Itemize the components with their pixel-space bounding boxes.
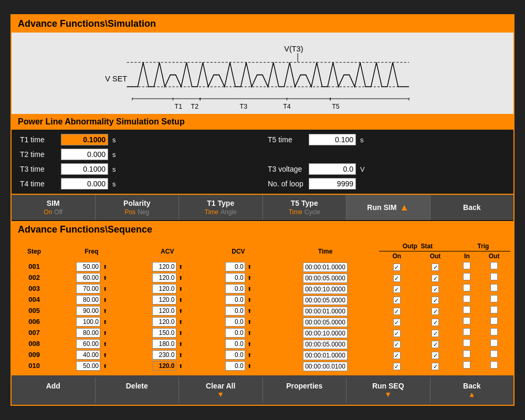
t5-time-input[interactable] — [309, 134, 356, 145]
t2-time-input[interactable] — [61, 149, 108, 160]
time-value[interactable]: 00:00:05.0000 — [303, 318, 348, 327]
dcv-input[interactable] — [225, 284, 245, 293]
freq-input[interactable] — [76, 284, 100, 293]
stat-out-checkbox[interactable] — [432, 363, 439, 370]
stat-out-checkbox[interactable] — [432, 330, 439, 337]
acv-input[interactable] — [152, 350, 176, 360]
t4-time-input[interactable] — [61, 178, 108, 190]
stat-out-checkbox[interactable] — [432, 341, 439, 348]
dcv-arrow-icon[interactable]: ⬆ — [247, 308, 251, 314]
t5-type-button[interactable]: T5 Type Time Cycle — [263, 195, 347, 220]
freq-input[interactable] — [76, 317, 100, 327]
outp-on-checkbox[interactable] — [393, 308, 401, 315]
trig-in-checkbox[interactable] — [463, 317, 470, 324]
dcv-arrow-icon[interactable]: ⬆ — [247, 275, 251, 281]
t1-time-input[interactable] — [61, 134, 108, 145]
freq-arrow-icon[interactable]: ⬆ — [103, 352, 107, 358]
stat-out-checkbox[interactable] — [432, 286, 439, 293]
freq-arrow-icon[interactable]: ⬆ — [103, 341, 107, 347]
freq-input[interactable] — [76, 273, 100, 282]
acv-input[interactable] — [152, 339, 176, 349]
trig-in-checkbox[interactable] — [463, 306, 470, 313]
trig-out-checkbox[interactable] — [490, 317, 498, 324]
polarity-button[interactable]: Polarity Pos Neg — [96, 195, 180, 220]
trig-in-checkbox[interactable] — [463, 273, 470, 280]
time-value[interactable]: 00:00:01.0000 — [303, 351, 348, 360]
trig-in-checkbox[interactable] — [463, 339, 470, 346]
dcv-arrow-icon[interactable]: ⬆ — [247, 286, 251, 292]
trig-out-checkbox[interactable] — [490, 306, 498, 313]
acv-arrow-icon[interactable]: ⬆ — [178, 275, 183, 281]
trig-in-checkbox[interactable] — [463, 328, 470, 335]
acv-input[interactable] — [152, 262, 176, 271]
outp-on-checkbox[interactable] — [393, 286, 401, 293]
acv-arrow-icon[interactable]: ⬆ — [178, 319, 183, 325]
dcv-input[interactable] — [225, 262, 245, 271]
acv-arrow-icon[interactable]: ⬆ — [178, 264, 183, 270]
freq-arrow-icon[interactable]: ⬆ — [103, 330, 107, 336]
trig-in-checkbox[interactable] — [463, 361, 470, 369]
trig-out-checkbox[interactable] — [490, 339, 498, 346]
dcv-input[interactable] — [225, 306, 245, 316]
freq-arrow-icon[interactable]: ⬆ — [103, 297, 107, 303]
outp-on-checkbox[interactable] — [393, 330, 401, 337]
acv-arrow-icon[interactable]: ⬆ — [178, 363, 183, 369]
freq-arrow-icon[interactable]: ⬆ — [103, 319, 107, 325]
dcv-input[interactable] — [225, 328, 245, 338]
stat-out-checkbox[interactable] — [432, 308, 439, 315]
dcv-arrow-icon[interactable]: ⬆ — [247, 352, 251, 358]
trig-in-checkbox[interactable] — [463, 262, 470, 269]
stat-out-checkbox[interactable] — [432, 319, 439, 326]
dcv-input[interactable] — [225, 273, 245, 282]
dcv-input[interactable] — [225, 317, 245, 327]
run-seq-button[interactable]: Run SEQ ▼ — [346, 377, 430, 403]
seq-back-button[interactable]: Back ▲ — [430, 377, 514, 403]
freq-arrow-icon[interactable]: ⬆ — [103, 275, 107, 281]
dcv-input[interactable] — [225, 295, 245, 304]
time-value[interactable]: 00:00:01.0000 — [303, 307, 348, 316]
freq-input[interactable] — [76, 350, 100, 360]
freq-arrow-icon[interactable]: ⬆ — [103, 264, 107, 270]
outp-on-checkbox[interactable] — [393, 341, 401, 348]
time-value[interactable]: 00:00:00.0100 — [303, 362, 348, 371]
freq-input[interactable] — [76, 361, 100, 371]
clear-all-button[interactable]: Clear All ▼ — [179, 377, 263, 403]
outp-on-checkbox[interactable] — [393, 275, 401, 282]
time-value[interactable]: 00:00:10.0000 — [303, 329, 348, 338]
delete-button[interactable]: Delete — [96, 377, 180, 403]
time-value[interactable]: 00:00:01.0000 — [303, 262, 348, 272]
freq-arrow-icon[interactable]: ⬆ — [103, 286, 107, 292]
time-value[interactable]: 00:00:10.0000 — [303, 285, 348, 294]
trig-out-checkbox[interactable] — [490, 262, 498, 269]
acv-input[interactable] — [152, 361, 176, 371]
acv-arrow-icon[interactable]: ⬆ — [178, 286, 183, 292]
dcv-arrow-icon[interactable]: ⬆ — [247, 319, 251, 325]
run-sim-button[interactable]: Run SIM ▲ — [346, 195, 430, 220]
outp-on-checkbox[interactable] — [393, 297, 401, 304]
time-value[interactable]: 00:00:05.0000 — [303, 296, 348, 305]
acv-input[interactable] — [152, 328, 176, 338]
outp-on-checkbox[interactable] — [393, 319, 401, 326]
dcv-input[interactable] — [225, 339, 245, 349]
freq-input[interactable] — [76, 262, 100, 271]
add-button[interactable]: Add — [12, 377, 96, 403]
properties-button[interactable]: Properties — [263, 377, 347, 403]
stat-out-checkbox[interactable] — [432, 275, 439, 282]
dcv-arrow-icon[interactable]: ⬆ — [247, 363, 251, 369]
stat-out-checkbox[interactable] — [432, 297, 439, 304]
acv-input[interactable] — [152, 273, 176, 282]
time-value[interactable]: 00:00:05.0000 — [303, 274, 348, 283]
freq-input[interactable] — [76, 328, 100, 338]
acv-input[interactable] — [152, 284, 176, 293]
stat-out-checkbox[interactable] — [432, 352, 439, 359]
freq-arrow-icon[interactable]: ⬆ — [103, 308, 107, 314]
t3-time-input[interactable] — [61, 163, 108, 175]
sim-back-button[interactable]: Back — [430, 195, 514, 220]
sim-toggle-button[interactable]: SIM On Off — [12, 195, 96, 220]
trig-out-checkbox[interactable] — [490, 273, 498, 280]
dcv-input[interactable] — [225, 361, 245, 371]
trig-in-checkbox[interactable] — [463, 350, 470, 358]
freq-input[interactable] — [76, 339, 100, 349]
trig-out-checkbox[interactable] — [490, 295, 498, 302]
outp-on-checkbox[interactable] — [393, 363, 401, 370]
